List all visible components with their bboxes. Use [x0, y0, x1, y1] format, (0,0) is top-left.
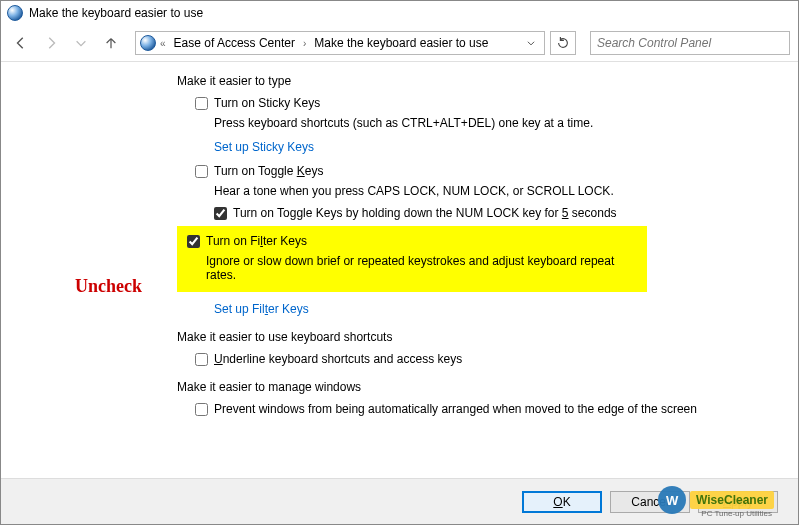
search-input[interactable] [590, 31, 790, 55]
address-dropdown-icon[interactable] [522, 32, 540, 54]
section-title-windows: Make it easier to manage windows [177, 380, 768, 394]
toggle-keys-desc: Hear a tone when you press CAPS LOCK, NU… [214, 184, 768, 198]
section-type: Make it easier to type Turn on Sticky Ke… [177, 74, 768, 316]
option-filter-keys-highlighted: Turn on Filter Keys Ignore or slow down … [177, 226, 647, 292]
up-button[interactable] [99, 31, 123, 55]
toggle-keys-numlock-label: Turn on Toggle Keys by holding down the … [233, 206, 617, 220]
filter-keys-checkbox[interactable] [187, 235, 200, 248]
option-toggle-keys: Turn on Toggle Keys Hear a tone when you… [195, 164, 768, 220]
window-titlebar: Make the keyboard easier to use [1, 1, 798, 25]
filter-keys-desc: Ignore or slow down brief or repeated ke… [206, 254, 637, 282]
breadcrumb-sep-icon: « [160, 38, 166, 49]
watermark-subtitle: PC Tune-up Utilities [701, 509, 772, 518]
address-bar[interactable]: « Ease of Access Center › Make the keybo… [135, 31, 545, 55]
sticky-keys-link[interactable]: Set up Sticky Keys [214, 140, 768, 154]
watermark-brand: WiseCleaner [690, 491, 774, 509]
watermark-badge-icon: W [658, 486, 686, 514]
uncheck-annotation: Uncheck [75, 276, 142, 297]
recent-dropdown-icon[interactable] [69, 31, 93, 55]
toggle-keys-numlock-checkbox[interactable] [214, 207, 227, 220]
sticky-keys-checkbox[interactable] [195, 97, 208, 110]
back-button[interactable] [9, 31, 33, 55]
prevent-arrange-label: Prevent windows from being automatically… [214, 402, 697, 416]
toggle-keys-label: Turn on Toggle Keys [214, 164, 323, 178]
toggle-keys-checkbox[interactable] [195, 165, 208, 178]
location-icon [140, 35, 156, 51]
chevron-right-icon: › [303, 38, 306, 49]
content-area: Uncheck Make it easier to type Turn on S… [1, 66, 798, 483]
filter-keys-label: Turn on Filter Keys [206, 234, 307, 248]
nav-toolbar: « Ease of Access Center › Make the keybo… [1, 25, 798, 61]
option-sticky-keys: Turn on Sticky Keys Press keyboard short… [195, 96, 768, 130]
filter-keys-link[interactable]: Set up Filter Keys [214, 302, 768, 316]
watermark: W WiseCleaner PC Tune-up Utilities [658, 486, 774, 514]
prevent-arrange-checkbox[interactable] [195, 403, 208, 416]
sticky-keys-desc: Press keyboard shortcuts (such as CTRL+A… [214, 116, 768, 130]
underline-shortcuts-label: Underline keyboard shortcuts and access … [214, 352, 462, 366]
ok-button[interactable]: OK [522, 491, 602, 513]
breadcrumb-current[interactable]: Make the keyboard easier to use [310, 36, 492, 50]
breadcrumb-parent[interactable]: Ease of Access Center [170, 36, 299, 50]
divider [1, 61, 798, 62]
section-title-shortcuts: Make it easier to use keyboard shortcuts [177, 330, 768, 344]
underline-shortcuts-checkbox[interactable] [195, 353, 208, 366]
section-shortcuts: Make it easier to use keyboard shortcuts… [177, 330, 768, 366]
sticky-keys-label: Turn on Sticky Keys [214, 96, 320, 110]
section-title-type: Make it easier to type [177, 74, 768, 88]
dialog-footer: OK Cancel Apply W WiseCleaner PC Tune-up… [1, 478, 798, 524]
window-title: Make the keyboard easier to use [29, 6, 203, 20]
section-windows: Make it easier to manage windows Prevent… [177, 380, 768, 416]
refresh-button[interactable] [550, 31, 576, 55]
forward-button [39, 31, 63, 55]
app-icon [7, 5, 23, 21]
